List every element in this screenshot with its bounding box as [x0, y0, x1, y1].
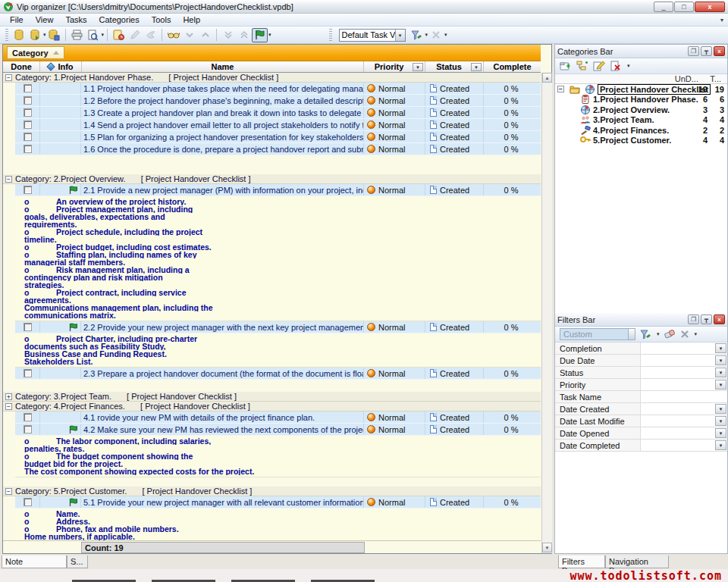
move-down-button[interactable] [181, 28, 197, 42]
category-row[interactable]: −Category: 4.Project Finances. [ Project… [3, 402, 541, 411]
menu-help[interactable]: Help [177, 14, 206, 25]
move-bottom-button[interactable] [220, 28, 236, 42]
grid-vertical-scrollbar[interactable]: ▲ ▼ [541, 73, 552, 553]
filter-value-field[interactable] [641, 415, 727, 427]
scroll-down-icon[interactable]: ▼ [542, 543, 552, 552]
task-row[interactable]: 5.1 Provide your new project manager wit… [15, 496, 541, 508]
print-dropdown-icon[interactable]: ▾ [102, 32, 105, 38]
save-database-button[interactable] [46, 28, 62, 42]
menubar-overflow-icon[interactable]: ▾ [720, 17, 723, 23]
menu-view[interactable]: View [30, 14, 59, 25]
done-checkbox[interactable] [24, 413, 32, 421]
filter-value-field[interactable] [641, 367, 727, 378]
minimize-button[interactable]: _ [654, 2, 673, 12]
filter-dropdown-icon[interactable]: ▼ [715, 380, 726, 390]
filter-dropdown-icon[interactable]: ▼ [715, 428, 726, 438]
collapse-icon[interactable]: − [557, 86, 564, 92]
category-tree-item[interactable]: 5.Project Customer.44 [555, 136, 727, 146]
done-checkbox[interactable] [24, 186, 32, 194]
tab-navigation-bar[interactable]: Navigation Bar [605, 555, 669, 568]
open-database-button[interactable] [27, 28, 42, 42]
task-row[interactable]: 2.3 Prepare a project handover document … [15, 368, 541, 380]
tab-filters-bar[interactable]: Filters Bar [558, 555, 605, 568]
edit-category-button[interactable] [593, 61, 605, 71]
filter-dropdown-icon[interactable]: ▼ [715, 440, 726, 450]
group-by-category-button[interactable]: Category [7, 46, 64, 59]
category-tree-item[interactable]: 2.Project Overview.33 [555, 105, 727, 115]
flag-view-button[interactable] [252, 28, 268, 42]
filter-dropdown-icon[interactable]: ▼ [715, 416, 726, 426]
filter-preset-combobox[interactable]: Custom [560, 328, 635, 340]
expand-icon[interactable]: + [5, 393, 12, 400]
category-tree-item[interactable]: 3.Project Team.44 [555, 115, 727, 126]
move-up-button[interactable] [197, 28, 213, 42]
collapse-icon[interactable]: − [5, 176, 12, 183]
task-row[interactable]: 4.1 rovide your new PM with details of t… [15, 411, 541, 424]
panel-pin-icon[interactable]: ┳ [701, 46, 712, 56]
filter-value-field[interactable] [641, 391, 727, 402]
collapse-icon[interactable]: − [5, 74, 12, 81]
add-category-button[interactable] [560, 61, 572, 71]
filter-value-field[interactable] [641, 440, 727, 451]
column-header-priority[interactable]: Priority ▼ [364, 61, 425, 72]
column-header-name[interactable]: Name [82, 61, 364, 72]
category-tree-item[interactable]: 4.Project Finances.22 [555, 125, 727, 136]
filter-value-field[interactable] [641, 403, 727, 415]
filter-preset-spin-icon[interactable] [628, 329, 635, 340]
maximize-button[interactable]: □ [674, 2, 694, 12]
delete-task-button[interactable] [143, 28, 158, 42]
menu-file[interactable]: File [5, 14, 29, 25]
task-row[interactable]: 4.2 Make sure your new PM has reviewed t… [15, 424, 541, 436]
panel-restore-icon[interactable]: ❐ [688, 314, 699, 324]
add-subcategory-button[interactable] [576, 61, 588, 71]
move-top-button[interactable] [236, 28, 252, 42]
category-row[interactable]: −Category: 5.Project Customer. [ Project… [3, 487, 541, 496]
new-task-button[interactable] [111, 28, 127, 42]
done-checkbox[interactable] [24, 108, 32, 117]
new-database-button[interactable] [11, 28, 27, 42]
panel-close-icon[interactable]: x [714, 46, 725, 56]
task-view-dropdown-icon[interactable]: ▾ [395, 30, 405, 41]
task-row[interactable]: 1.5 Plan for organizing a project handov… [15, 131, 541, 143]
task-row[interactable]: 1.3 Create a project handover plan and b… [15, 107, 541, 119]
apply-filter-button[interactable] [640, 330, 651, 340]
menu-categories[interactable]: Categories [94, 14, 145, 25]
done-checkbox[interactable] [24, 369, 32, 377]
task-row[interactable]: 1.1 Project handover phase takes place w… [15, 83, 541, 95]
done-checkbox[interactable] [24, 120, 32, 129]
done-checkbox[interactable] [24, 145, 32, 153]
edit-task-button[interactable] [127, 28, 143, 42]
column-header-info[interactable]: Info [40, 61, 82, 72]
filter-dropdown-icon[interactable]: ▼ [715, 368, 726, 377]
done-checkbox[interactable] [24, 133, 32, 141]
category-tree-item[interactable]: 1.Project Handover Phase.66 [555, 95, 727, 105]
category-tree-item[interactable]: −Project Handover Checklist1919 [555, 84, 727, 95]
collapse-icon[interactable]: − [5, 403, 12, 410]
done-checkbox[interactable] [24, 84, 32, 92]
collapse-icon[interactable]: − [5, 488, 12, 495]
column-header-complete[interactable]: Complete [484, 61, 541, 72]
done-checkbox[interactable] [24, 425, 32, 433]
filter-value-field[interactable] [641, 355, 727, 366]
filter-value-field[interactable] [641, 343, 727, 354]
category-row[interactable]: +Category: 3.Project Team. [ Project Han… [3, 392, 541, 402]
filter-dropdown-icon[interactable]: ▼ [715, 355, 726, 365]
done-checkbox[interactable] [24, 323, 32, 331]
menu-tasks[interactable]: Tasks [60, 14, 92, 25]
status-filter-icon[interactable]: ▼ [471, 63, 482, 71]
task-row[interactable]: 2.1 Provide a new project manager (PM) w… [15, 184, 541, 196]
task-row[interactable]: 1.6 Once the procedure is done, prepare … [15, 143, 541, 155]
filter-dropdown-icon[interactable]: ▼ [715, 404, 726, 414]
filter-dropdown-icon[interactable]: ▼ [715, 343, 726, 353]
done-checkbox[interactable] [24, 498, 32, 506]
filter-value-field[interactable] [641, 427, 727, 439]
delete-category-button[interactable] [610, 61, 622, 71]
view-overflow-icon[interactable]: ▾ [444, 32, 447, 38]
task-row[interactable]: 2.2 Provide your new project manager wit… [15, 321, 541, 333]
category-row[interactable]: −Category: 1.Project Handover Phase. [ P… [3, 73, 541, 83]
done-checkbox[interactable] [24, 96, 32, 105]
filter-value-field[interactable] [641, 379, 727, 390]
tab-note[interactable]: Note [2, 555, 67, 568]
print-button[interactable] [69, 28, 85, 42]
category-row[interactable]: −Category: 2.Project Overview. [ Project… [3, 174, 541, 184]
